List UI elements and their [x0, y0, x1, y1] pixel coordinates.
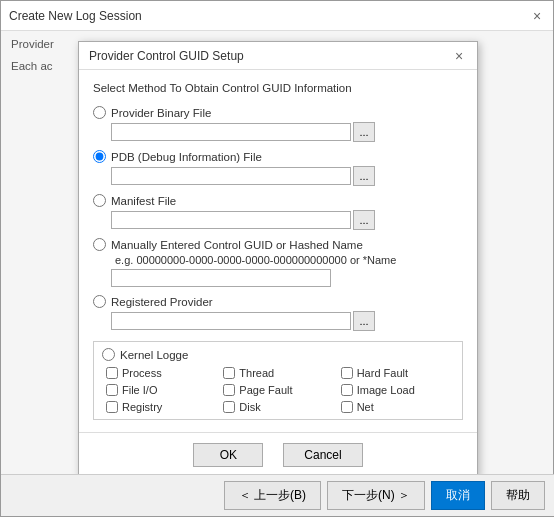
registered-provider-radio-row: Registered Provider [93, 295, 463, 308]
pdb-file-input[interactable]: F:\Program\VisualStudio\ZhouZhenPciDrive… [111, 167, 351, 185]
modal-title: Provider Control GUID Setup [89, 49, 244, 63]
registered-provider-option: Registered Provider ... [93, 295, 463, 331]
manifest-file-input-row: ... [111, 210, 463, 230]
modal-dialog: Provider Control GUID Setup × Select Met… [78, 41, 478, 478]
modal-footer: OK Cancel [79, 432, 477, 477]
thread-checkbox[interactable] [223, 367, 235, 379]
binary-file-input[interactable] [111, 123, 351, 141]
pdb-file-radio[interactable] [93, 150, 106, 163]
page-fault-checkbox-row: Page Fault [223, 384, 336, 396]
page-fault-checkbox[interactable] [223, 384, 235, 396]
image-load-checkbox-row: Image Load [341, 384, 454, 396]
registered-provider-browse-button[interactable]: ... [353, 311, 375, 331]
hard-fault-label: Hard Fault [357, 367, 408, 379]
modal-titlebar: Provider Control GUID Setup × [79, 42, 477, 70]
image-load-checkbox[interactable] [341, 384, 353, 396]
manifest-file-label: Manifest File [111, 195, 176, 207]
kernel-logger-label: Kernel Logge [120, 349, 188, 361]
binary-file-browse-button[interactable]: ... [353, 122, 375, 142]
manifest-file-option: Manifest File ... [93, 194, 463, 230]
disk-checkbox-row: Disk [223, 401, 336, 413]
registry-checkbox-row: Registry [106, 401, 219, 413]
outer-bottom-bar: ＜ 上一步(B) 下一步(N) ＞ 取消 帮助 [1, 474, 554, 516]
binary-file-input-row: ... [111, 122, 463, 142]
binary-file-label: Provider Binary File [111, 107, 211, 119]
manual-guid-input-row [111, 269, 463, 287]
hard-fault-checkbox[interactable] [341, 367, 353, 379]
registry-checkbox[interactable] [106, 401, 118, 413]
prev-button[interactable]: ＜ 上一步(B) [224, 481, 321, 510]
thread-label: Thread [239, 367, 274, 379]
file-io-checkbox-row: File I/O [106, 384, 219, 396]
modal-close-button[interactable]: × [451, 48, 467, 64]
binary-file-radio[interactable] [93, 106, 106, 119]
manual-guid-hint: e.g. 00000000-0000-0000-0000-00000000000… [115, 254, 463, 266]
outer-close-button[interactable]: × [529, 8, 545, 24]
file-io-checkbox[interactable] [106, 384, 118, 396]
image-load-label: Image Load [357, 384, 415, 396]
registered-provider-radio[interactable] [93, 295, 106, 308]
registered-provider-input-row: ... [111, 311, 463, 331]
file-io-label: File I/O [122, 384, 157, 396]
kernel-logger-checkboxes: Process Thread Hard Fault [106, 367, 454, 413]
process-checkbox-row: Process [106, 367, 219, 379]
pdb-file-radio-row: PDB (Debug Information) File [93, 150, 463, 163]
cancel-main-button[interactable]: 取消 [431, 481, 485, 510]
kernel-logger-radio[interactable] [102, 348, 115, 361]
ok-button[interactable]: OK [193, 443, 263, 467]
manual-guid-radio-row: Manually Entered Control GUID or Hashed … [93, 238, 463, 251]
modal-subtitle: Select Method To Obtain Control GUID Inf… [93, 82, 463, 94]
manual-guid-option: Manually Entered Control GUID or Hashed … [93, 238, 463, 287]
outer-window-title: Create New Log Session [9, 9, 142, 23]
registered-provider-input[interactable] [111, 312, 351, 330]
modal-overlay: Provider Control GUID Setup × Select Met… [1, 31, 554, 476]
manifest-file-radio[interactable] [93, 194, 106, 207]
registered-provider-label: Registered Provider [111, 296, 213, 308]
manual-guid-input[interactable] [111, 269, 331, 287]
net-label: Net [357, 401, 374, 413]
net-checkbox[interactable] [341, 401, 353, 413]
process-label: Process [122, 367, 162, 379]
modal-body: Select Method To Obtain Control GUID Inf… [79, 70, 477, 432]
hard-fault-checkbox-row: Hard Fault [341, 367, 454, 379]
kernel-logger-section: Kernel Logge Process Thread [93, 341, 463, 420]
manifest-file-input[interactable] [111, 211, 351, 229]
outer-titlebar: Create New Log Session × [1, 1, 553, 31]
registry-label: Registry [122, 401, 162, 413]
thread-checkbox-row: Thread [223, 367, 336, 379]
pdb-file-option: PDB (Debug Information) File F:\Program\… [93, 150, 463, 186]
outer-window: Create New Log Session × Provider Each a… [0, 0, 554, 517]
cancel-button[interactable]: Cancel [283, 443, 362, 467]
page-fault-label: Page Fault [239, 384, 292, 396]
binary-file-option: Provider Binary File ... [93, 106, 463, 142]
binary-file-radio-row: Provider Binary File [93, 106, 463, 119]
pdb-file-browse-button[interactable]: ... [353, 166, 375, 186]
disk-checkbox[interactable] [223, 401, 235, 413]
manual-guid-label: Manually Entered Control GUID or Hashed … [111, 239, 363, 251]
process-checkbox[interactable] [106, 367, 118, 379]
kernel-logger-title-row: Kernel Logge [102, 348, 454, 361]
pdb-file-label: PDB (Debug Information) File [111, 151, 262, 163]
pdb-file-input-row: F:\Program\VisualStudio\ZhouZhenPciDrive… [111, 166, 463, 186]
net-checkbox-row: Net [341, 401, 454, 413]
help-button[interactable]: 帮助 [491, 481, 545, 510]
next-button[interactable]: 下一步(N) ＞ [327, 481, 425, 510]
manifest-file-radio-row: Manifest File [93, 194, 463, 207]
disk-label: Disk [239, 401, 260, 413]
manual-guid-radio[interactable] [93, 238, 106, 251]
manifest-file-browse-button[interactable]: ... [353, 210, 375, 230]
